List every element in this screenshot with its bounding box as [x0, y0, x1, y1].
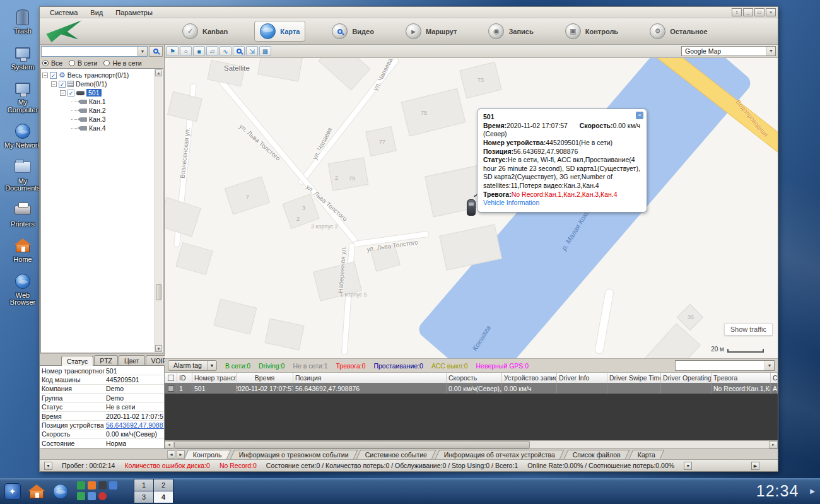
- tab-map[interactable]: Карта: [628, 450, 664, 459]
- taskbar-home-button[interactable]: [28, 483, 45, 500]
- scroll-left-icon[interactable]: ◄: [165, 441, 173, 448]
- workspace-3[interactable]: 3: [134, 491, 153, 503]
- save-tool-icon[interactable]: ▦: [259, 46, 271, 56]
- desktop-icon-web-browser[interactable]: Web Browser: [3, 272, 43, 307]
- toolbar-control-button[interactable]: ▣ Контроль: [560, 21, 623, 41]
- workspace-1[interactable]: 1: [134, 479, 153, 491]
- status-play-icon[interactable]: ▶: [751, 462, 759, 470]
- polygon-tool-icon[interactable]: ▱: [206, 46, 218, 56]
- tree-node-channel-3[interactable]: Кан.3: [42, 115, 161, 124]
- combo-dropdown-icon[interactable]: ▼: [138, 47, 147, 56]
- toolbar-kanban-button[interactable]: ✓ Kanban: [177, 21, 233, 41]
- position-link[interactable]: 56.643692,47.908876: [106, 421, 164, 429]
- tab-system-events[interactable]: Системное событие: [356, 450, 436, 459]
- tab-color[interactable]: Цвет: [119, 355, 145, 365]
- radio-offline[interactable]: [103, 60, 110, 66]
- taskbar-app-button[interactable]: ✦: [4, 483, 21, 500]
- square-tool-icon[interactable]: ■: [193, 46, 205, 56]
- alarm-filter-combo[interactable]: ▼: [675, 360, 775, 371]
- tab-device-reports[interactable]: Информация об отчетах устройства: [435, 450, 565, 459]
- alarm-tag-button[interactable]: Alarm tag ▼: [168, 360, 217, 371]
- table-row[interactable]: 1 501 2020-11-02 17:07:57 56.643692,47.9…: [165, 383, 778, 394]
- desktop-icon-system[interactable]: System: [3, 44, 43, 71]
- scroll-down-icon[interactable]: ▼: [155, 345, 162, 352]
- toolbar-route-button[interactable]: ► Маршрут: [401, 21, 462, 41]
- menu-system[interactable]: Система: [44, 9, 84, 16]
- tray-icon[interactable]: [77, 481, 85, 489]
- tree-node-channel-4[interactable]: Кан.4: [42, 124, 161, 132]
- tree-node-channel-1[interactable]: Кан.1: [42, 97, 161, 106]
- tabs-scroll-right-icon[interactable]: ►: [177, 450, 185, 459]
- scrollbar-thumb[interactable]: [174, 441, 530, 448]
- workspace-4-active[interactable]: 4: [154, 491, 173, 503]
- show-traffic-button[interactable]: Show traffic: [724, 323, 773, 336]
- tab-status[interactable]: Статус: [61, 356, 93, 366]
- collapse-icon[interactable]: −: [60, 90, 66, 96]
- scrollbar-thumb[interactable]: [156, 284, 161, 300]
- desktop-icon-printers[interactable]: Printers: [3, 201, 43, 228]
- search-input[interactable]: [42, 47, 138, 56]
- tab-file-list[interactable]: Список файлов: [563, 450, 630, 459]
- menu-view[interactable]: Вид: [84, 9, 109, 16]
- tabs-scroll-left-icon[interactable]: ◄: [167, 450, 175, 459]
- circle-tool-icon[interactable]: ○: [180, 46, 192, 56]
- tray-icon[interactable]: [88, 492, 96, 500]
- shade-button[interactable]: ↕: [732, 8, 742, 16]
- scroll-up-icon[interactable]: ▲: [155, 69, 162, 76]
- fullscreen-tool-icon[interactable]: ⇲: [246, 46, 258, 56]
- checkbox-checked[interactable]: ✓: [50, 72, 57, 79]
- tray-icon[interactable]: [109, 481, 117, 489]
- tree-node-vehicle[interactable]: − ✓ 501: [42, 88, 161, 97]
- checkbox-checked[interactable]: ✓: [59, 81, 66, 88]
- tray-icon[interactable]: [98, 492, 107, 500]
- radio-all[interactable]: [42, 60, 49, 66]
- toolbar-record-button[interactable]: ◉ Запись: [483, 21, 538, 41]
- vehicle-search-combo[interactable]: ▼: [41, 46, 148, 57]
- tray-icon[interactable]: [88, 481, 96, 489]
- collapse-icon[interactable]: −: [51, 81, 57, 87]
- checkbox-checked[interactable]: ✓: [67, 90, 74, 97]
- status-dropdown-icon[interactable]: ▼: [684, 462, 692, 470]
- radio-online[interactable]: [69, 60, 75, 66]
- polyline-tool-icon[interactable]: ∿: [220, 46, 231, 56]
- vehicle-marker[interactable]: [467, 199, 476, 216]
- tray-icon[interactable]: [77, 492, 85, 500]
- toolbar-map-button[interactable]: Карта: [254, 21, 305, 42]
- flag-tool-icon[interactable]: ⚑: [167, 46, 179, 56]
- popup-close-icon[interactable]: ×: [636, 112, 643, 119]
- scroll-right-icon[interactable]: ►: [769, 441, 778, 448]
- toolbar-other-button[interactable]: ⚙ Остальное: [645, 21, 712, 41]
- close-button[interactable]: ×: [766, 8, 776, 16]
- maximize-button[interactable]: □: [754, 8, 764, 16]
- tree-node-root[interactable]: − ✓ ⚙ Весь транспорт(0/1): [42, 71, 161, 79]
- map-canvas[interactable]: 73 75 77 79 2 7 3 2 3 корпус 2 1 корпус …: [165, 58, 778, 358]
- select-all-checkbox[interactable]: [168, 375, 174, 381]
- tab-alarm-info[interactable]: Информация о тревожном событии: [230, 450, 357, 459]
- desktop-icon-my-documents[interactable]: My Documents: [3, 158, 43, 192]
- row-checkbox[interactable]: [168, 385, 174, 392]
- tree-scrollbar[interactable]: ▲ ▼: [155, 69, 162, 352]
- menu-parameters[interactable]: Параметры: [109, 9, 159, 16]
- map-provider-select[interactable]: Google Map ▼: [681, 46, 776, 56]
- minimize-button[interactable]: _: [743, 8, 753, 16]
- desktop-icon-home[interactable]: Home: [3, 236, 43, 264]
- tray-icon[interactable]: [98, 481, 107, 489]
- desktop-icon-trash[interactable]: Trash: [3, 8, 43, 35]
- tree-node-group[interactable]: − ✓ Demo(0/1): [42, 79, 161, 88]
- taskbar-browser-button[interactable]: [52, 483, 69, 500]
- collapse-icon[interactable]: −: [42, 73, 48, 78]
- layer-satellite[interactable]: Satellite: [224, 64, 250, 72]
- tree-node-channel-2[interactable]: Кан.2: [42, 106, 161, 115]
- tab-ptz[interactable]: PTZ: [94, 355, 118, 365]
- tab-control[interactable]: Контроль: [184, 450, 231, 459]
- vehicle-information-link[interactable]: Vehicle Information: [483, 199, 539, 206]
- desktop-icon-my-computer[interactable]: My Computer: [3, 79, 43, 114]
- table-horizontal-scrollbar[interactable]: ◄ ►: [165, 440, 778, 448]
- taskbar-expand-icon[interactable]: ▶: [810, 488, 815, 495]
- workspace-2[interactable]: 2: [154, 479, 173, 491]
- zoom-tool-icon[interactable]: [233, 46, 245, 56]
- status-dropdown-icon[interactable]: ▼: [44, 462, 52, 470]
- search-button[interactable]: [149, 46, 163, 57]
- desktop-icon-my-network[interactable]: My Network: [3, 122, 43, 149]
- toolbar-video-button[interactable]: Видео: [327, 21, 379, 41]
